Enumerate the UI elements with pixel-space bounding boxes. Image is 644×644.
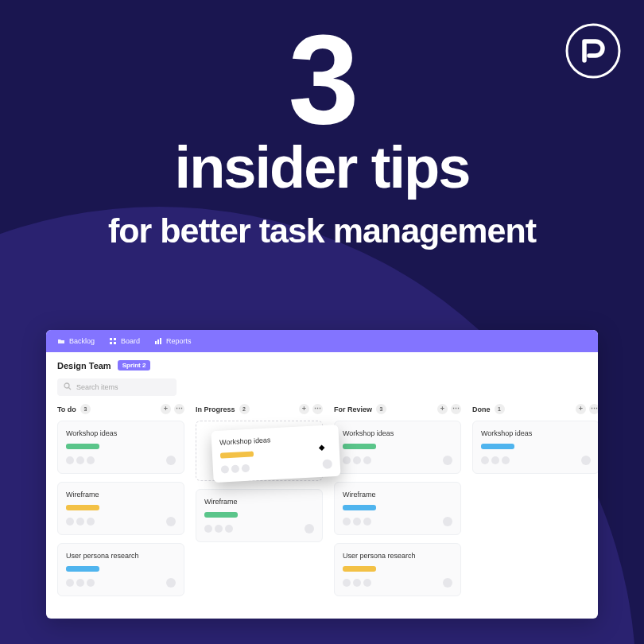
card-title: Workshop ideas bbox=[343, 429, 452, 437]
tag-pill bbox=[66, 444, 99, 449]
avatar bbox=[166, 578, 176, 588]
tag-pill bbox=[204, 512, 238, 518]
card-title: Workshop ideas bbox=[219, 433, 331, 446]
column-count: 3 bbox=[80, 404, 91, 414]
column-title: In Progress bbox=[196, 405, 235, 413]
card-title: Workshop ideas bbox=[481, 429, 591, 437]
app-nav: Backlog Board Reports bbox=[46, 330, 598, 352]
column-title: For Review bbox=[334, 405, 372, 413]
card-title: User persona research bbox=[66, 552, 176, 560]
task-card[interactable]: Workshop ideas bbox=[472, 421, 598, 474]
column-menu-button[interactable]: ⋯ bbox=[589, 404, 598, 414]
task-card[interactable]: Workshop ideas bbox=[334, 421, 461, 474]
headline-number: 3 bbox=[0, 16, 644, 143]
avatar bbox=[166, 517, 176, 526]
add-card-button[interactable]: + bbox=[437, 404, 448, 414]
avatar bbox=[443, 578, 452, 588]
drop-placeholder[interactable]: Workshop ideas ◆ bbox=[196, 421, 323, 481]
avatar bbox=[322, 459, 332, 469]
task-card[interactable]: Wireframe bbox=[57, 482, 184, 535]
task-card[interactable]: Workshop ideas bbox=[57, 421, 184, 474]
nav-label: Reports bbox=[166, 337, 192, 345]
nav-reports[interactable]: Reports bbox=[154, 337, 192, 345]
avatar bbox=[581, 456, 591, 465]
folder-icon bbox=[57, 337, 65, 345]
search-placeholder: Search items bbox=[76, 383, 118, 391]
column-review: For Review 3 + ⋯ Workshop ideas Wirefram… bbox=[334, 404, 461, 604]
avatar bbox=[305, 524, 314, 533]
tag-pill bbox=[66, 566, 99, 572]
card-title: User persona research bbox=[343, 552, 452, 560]
nav-backlog[interactable]: Backlog bbox=[57, 337, 95, 345]
tag-pill bbox=[220, 451, 254, 458]
column-inprogress: In Progress 2 + ⋯ Workshop ideas ◆ Wiref… bbox=[196, 404, 323, 550]
cursor-icon: ◆ bbox=[318, 443, 325, 452]
svg-point-8 bbox=[64, 383, 69, 388]
tag-pill bbox=[66, 505, 99, 510]
tag-pill bbox=[343, 566, 376, 572]
tag-pill bbox=[343, 505, 376, 510]
tag-pill bbox=[343, 444, 376, 449]
headline-line1: insider tips bbox=[0, 138, 644, 197]
kanban-board: To do 3 + ⋯ Workshop ideas Wireframe Use… bbox=[46, 404, 598, 619]
headline: 3 insider tips for better task managemen… bbox=[0, 0, 644, 250]
svg-rect-5 bbox=[155, 341, 157, 344]
svg-rect-7 bbox=[160, 338, 161, 344]
headline-line2: for better task management bbox=[0, 211, 644, 250]
card-title: Wireframe bbox=[204, 498, 314, 506]
sprint-badge[interactable]: Sprint 2 bbox=[118, 360, 151, 370]
column-count: 2 bbox=[239, 404, 250, 414]
column-title: Done bbox=[472, 405, 491, 413]
avatar bbox=[166, 456, 176, 465]
task-card[interactable]: User persona research bbox=[57, 543, 184, 596]
column-count: 1 bbox=[495, 404, 505, 414]
card-title: Wireframe bbox=[66, 491, 176, 499]
dragging-card[interactable]: Workshop ideas ◆ bbox=[211, 425, 340, 483]
search-input[interactable]: Search items bbox=[57, 378, 177, 396]
nav-label: Board bbox=[121, 337, 140, 345]
svg-rect-1 bbox=[110, 338, 112, 340]
column-count: 3 bbox=[376, 404, 386, 414]
svg-line-9 bbox=[69, 388, 72, 390]
app-window: Backlog Board Reports Design Team Sprint… bbox=[46, 330, 598, 619]
team-name: Design Team bbox=[57, 361, 111, 370]
avatar bbox=[443, 456, 452, 465]
card-title: Workshop ideas bbox=[66, 429, 176, 437]
column-todo: To do 3 + ⋯ Workshop ideas Wireframe Use… bbox=[57, 404, 184, 604]
card-title: Wireframe bbox=[343, 491, 452, 499]
add-card-button[interactable]: + bbox=[299, 404, 309, 414]
svg-rect-4 bbox=[114, 342, 116, 344]
svg-rect-6 bbox=[157, 339, 159, 344]
task-card[interactable]: Wireframe bbox=[196, 489, 323, 542]
grid-icon bbox=[109, 337, 117, 345]
svg-rect-2 bbox=[114, 338, 116, 340]
column-done: Done 1 + ⋯ Workshop ideas bbox=[472, 404, 598, 482]
nav-board[interactable]: Board bbox=[109, 337, 140, 345]
board-title-bar: Design Team Sprint 2 bbox=[46, 352, 598, 375]
column-menu-button[interactable]: ⋯ bbox=[312, 404, 323, 414]
svg-rect-3 bbox=[110, 342, 112, 344]
chart-icon bbox=[154, 337, 162, 345]
avatar bbox=[443, 517, 452, 526]
add-card-button[interactable]: + bbox=[576, 404, 586, 414]
nav-label: Backlog bbox=[69, 337, 95, 345]
column-title: To do bbox=[57, 405, 76, 413]
column-menu-button[interactable]: ⋯ bbox=[174, 404, 184, 414]
tag-pill bbox=[481, 444, 514, 449]
task-card[interactable]: Wireframe bbox=[334, 482, 461, 535]
column-menu-button[interactable]: ⋯ bbox=[451, 404, 461, 414]
add-card-button[interactable]: + bbox=[161, 404, 171, 414]
task-card[interactable]: User persona research bbox=[334, 543, 461, 596]
search-icon bbox=[64, 382, 72, 392]
